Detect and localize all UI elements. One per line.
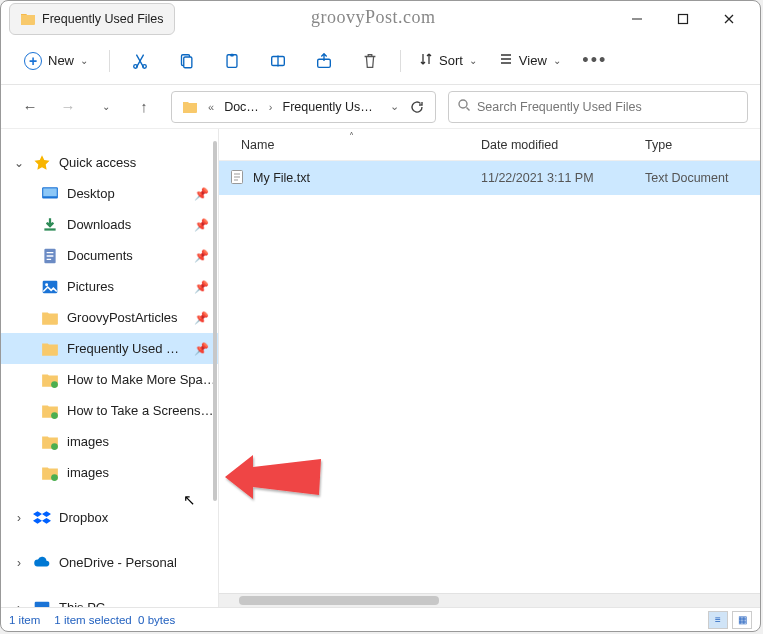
svg-point-17 (51, 412, 58, 419)
new-button[interactable]: + New ⌄ (13, 45, 99, 77)
address-bar[interactable]: « Doc… › Frequently Us… ⌄ (171, 91, 436, 123)
sidebar-item-label: Frequently Used Files (67, 341, 186, 356)
sidebar-item-frequently-used[interactable]: Frequently Used Files 📌 (1, 333, 218, 364)
close-button[interactable] (706, 3, 752, 35)
chevron-right-icon[interactable]: › (13, 601, 25, 608)
svg-rect-0 (679, 15, 688, 24)
separator (109, 50, 110, 72)
column-header-row: ˄ Name Date modified Type (219, 129, 760, 161)
chevron-down-icon: ⌄ (469, 55, 477, 66)
svg-point-2 (143, 64, 147, 68)
maximize-button[interactable] (660, 3, 706, 35)
minimize-button[interactable] (614, 3, 660, 35)
cloud-icon (33, 554, 51, 572)
share-button[interactable] (304, 41, 344, 81)
folder-icon (41, 309, 59, 327)
scrollbar-thumb[interactable] (213, 141, 217, 501)
back-button[interactable]: ← (13, 90, 47, 124)
paste-button[interactable] (212, 41, 252, 81)
up-button[interactable]: ↑ (127, 90, 161, 124)
sidebar-item-label: images (67, 434, 218, 449)
nav-pane: ⌄ Quick access Desktop 📌 Downloads 📌 Doc… (1, 129, 219, 607)
breadcrumb-seg[interactable]: Doc… (218, 100, 265, 114)
folder-icon (41, 340, 59, 358)
sidebar-item-label: Documents (67, 248, 186, 263)
sidebar-item-images1[interactable]: images (1, 426, 218, 457)
folder-icon (41, 402, 59, 420)
view-button-toolbar[interactable]: View ⌄ (491, 42, 569, 80)
sidebar-item-label: Desktop (67, 186, 186, 201)
column-header-name[interactable]: Name (219, 138, 469, 152)
column-header-date[interactable]: Date modified (469, 138, 633, 152)
star-icon (33, 154, 51, 172)
sidebar-item-label: OneDrive - Personal (59, 555, 218, 570)
file-list-pane: ˄ Name Date modified Type My File.txt 11… (219, 129, 760, 607)
column-header-type[interactable]: Type (633, 138, 760, 152)
search-input[interactable]: Search Frequently Used Files (448, 91, 748, 123)
monitor-icon (33, 599, 51, 608)
chevron-right-icon[interactable]: › (13, 556, 25, 570)
svg-point-19 (51, 474, 58, 481)
svg-rect-11 (43, 188, 57, 196)
pictures-icon (41, 278, 59, 296)
sidebar-item-desktop[interactable]: Desktop 📌 (1, 178, 218, 209)
dropbox-icon (33, 509, 51, 527)
file-date: 11/22/2021 3:11 PM (469, 171, 633, 185)
more-button[interactable]: ••• (575, 41, 615, 81)
svg-rect-20 (35, 601, 50, 607)
chevron-down-icon: ⌄ (80, 55, 88, 66)
sidebar-item-label: Downloads (67, 217, 186, 232)
sidebar-quick-access[interactable]: ⌄ Quick access (1, 147, 218, 178)
pin-icon: 📌 (194, 311, 212, 325)
thumbnails-view-button[interactable]: ▦ (732, 611, 752, 629)
sidebar-item-downloads[interactable]: Downloads 📌 (1, 209, 218, 240)
status-selected: 1 item selected 0 bytes (54, 614, 175, 626)
chevron-collapse-icon[interactable]: « (204, 101, 218, 113)
sidebar-onedrive[interactable]: › OneDrive - Personal (1, 547, 218, 578)
sidebar-item-howto2[interactable]: How to Take a Screenshot on (1, 395, 218, 426)
sidebar-item-images2[interactable]: images (1, 457, 218, 488)
sidebar-dropbox[interactable]: › Dropbox (1, 502, 218, 533)
sort-button[interactable]: Sort ⌄ (411, 42, 485, 80)
breadcrumb-seg[interactable]: Frequently Us… (277, 100, 379, 114)
forward-button[interactable]: → (51, 90, 85, 124)
horizontal-scrollbar[interactable] (219, 593, 760, 607)
details-view-button[interactable]: ≡ (708, 611, 728, 629)
file-type: Text Document (633, 171, 760, 185)
pin-icon: 📌 (194, 280, 212, 294)
chevron-down-icon[interactable]: ⌄ (386, 100, 403, 113)
sidebar-thispc[interactable]: › This PC (1, 592, 218, 607)
status-bar: 1 item 1 item selected 0 bytes ≡ ▦ (1, 607, 760, 631)
view-label: View (519, 53, 547, 68)
folder-icon (20, 11, 36, 27)
recent-button[interactable]: ⌄ (89, 90, 123, 124)
rename-button[interactable] (258, 41, 298, 81)
scrollbar-thumb[interactable] (239, 596, 439, 605)
chevron-down-icon[interactable]: ⌄ (13, 156, 25, 170)
sidebar-item-pictures[interactable]: Pictures 📌 (1, 271, 218, 302)
refresh-button[interactable] (403, 100, 431, 114)
copy-button[interactable] (166, 41, 206, 81)
document-icon (41, 247, 59, 265)
sidebar-item-groovypost[interactable]: GroovyPostArticles 📌 (1, 302, 218, 333)
title-bar: Frequently Used Files (1, 1, 760, 37)
svg-point-15 (45, 283, 48, 286)
sidebar-item-label: images (67, 465, 218, 480)
status-item-count: 1 item (9, 614, 40, 626)
chevron-right-icon[interactable]: › (13, 511, 25, 525)
file-row[interactable]: My File.txt 11/22/2021 3:11 PM Text Docu… (219, 161, 760, 195)
window-tab[interactable]: Frequently Used Files (9, 3, 175, 35)
search-placeholder: Search Frequently Used Files (477, 100, 642, 114)
window-title: Frequently Used Files (42, 12, 164, 26)
sidebar-item-howto1[interactable]: How to Make More Space Av (1, 364, 218, 395)
delete-button[interactable] (350, 41, 390, 81)
separator (400, 50, 401, 72)
sidebar-item-label: GroovyPostArticles (67, 310, 186, 325)
pin-icon: 📌 (194, 187, 212, 201)
sidebar-item-label: This PC (59, 600, 218, 607)
svg-rect-14 (43, 280, 58, 292)
cut-button[interactable] (120, 41, 160, 81)
search-icon (457, 98, 471, 115)
chevron-right-icon: › (265, 101, 277, 113)
sidebar-item-documents[interactable]: Documents 📌 (1, 240, 218, 271)
